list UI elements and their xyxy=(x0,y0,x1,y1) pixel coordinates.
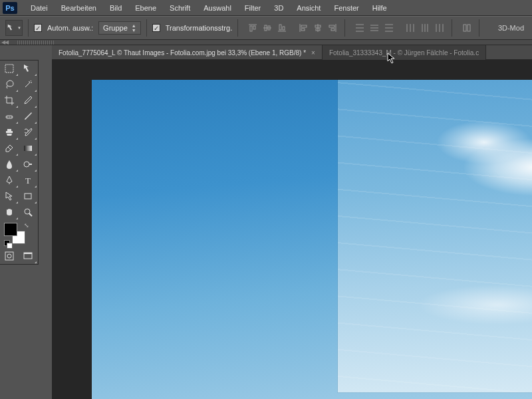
svg-rect-2 xyxy=(253,26,255,29)
collapse-arrows-icon[interactable]: ◀◀ xyxy=(0,39,9,45)
distribute-bottom-icon[interactable] xyxy=(382,21,396,35)
svg-rect-36 xyxy=(464,25,466,31)
dropdown-caret-icon: ▼ xyxy=(17,26,21,30)
swap-colors-icon[interactable]: ⤡ xyxy=(24,222,29,229)
caret-icon: ▲▼ xyxy=(132,23,136,33)
magic-wand-tool-icon[interactable] xyxy=(19,76,37,92)
menu-ansicht[interactable]: Ansicht xyxy=(290,0,327,16)
svg-point-44 xyxy=(24,162,29,167)
menu-datei[interactable]: Datei xyxy=(24,0,55,16)
menu-ebene[interactable]: Ebene xyxy=(128,0,163,16)
distribute-top-icon[interactable] xyxy=(353,21,366,35)
distribute-h-group xyxy=(404,21,446,35)
auto-select-target-dropdown[interactable]: Gruppe ▲▼ xyxy=(98,21,141,35)
svg-text:T: T xyxy=(25,176,31,186)
svg-rect-10 xyxy=(301,25,307,27)
align-top-icon[interactable] xyxy=(246,21,259,35)
align-hcenter-icon[interactable] xyxy=(311,21,325,35)
dropdown-value: Gruppe xyxy=(103,24,128,32)
default-colors-icon[interactable] xyxy=(4,240,11,247)
options-bar: ▼ Autom. ausw.: Gruppe ▲▼ Transformation… xyxy=(0,16,532,40)
divider xyxy=(146,19,147,37)
distribute-v-group xyxy=(353,21,396,35)
menu-auswahl[interactable]: Auswahl xyxy=(197,0,238,16)
foreground-color-swatch[interactable] xyxy=(4,223,17,236)
svg-rect-11 xyxy=(301,29,305,31)
menu-bearbeiten[interactable]: Bearbeiten xyxy=(55,0,103,16)
panel-collapse-strip: ◀◀ xyxy=(0,40,532,45)
svg-point-40 xyxy=(7,116,8,118)
crop-tool-icon[interactable] xyxy=(0,92,19,108)
auto-select-label: Autom. ausw.: xyxy=(47,24,93,32)
divider xyxy=(344,19,345,37)
active-tool-indicator[interactable]: ▼ xyxy=(5,20,23,36)
type-tool-icon[interactable]: T xyxy=(19,172,37,188)
svg-rect-38 xyxy=(5,65,13,72)
transform-controls-label: Transformationsstrg. xyxy=(166,24,232,32)
clone-stamp-tool-icon[interactable] xyxy=(0,124,19,140)
distribute-right-icon[interactable] xyxy=(433,21,446,35)
eraser-tool-icon[interactable] xyxy=(0,140,19,156)
dodge-tool-icon[interactable] xyxy=(19,156,37,172)
workspace xyxy=(52,60,532,399)
align-left-icon[interactable] xyxy=(297,21,310,35)
menu-filter[interactable]: Filter xyxy=(238,0,267,16)
brush-tool-icon[interactable] xyxy=(19,108,37,124)
align-edges-group xyxy=(246,21,289,35)
svg-point-47 xyxy=(25,209,30,214)
svg-rect-16 xyxy=(329,25,334,27)
document-tab-active[interactable]: Fotolia_7775064_L © Thaut Images - Fotol… xyxy=(52,45,323,60)
align-vcenter-icon[interactable] xyxy=(261,21,274,35)
3d-mode-button[interactable]: 3D-Mod xyxy=(495,24,527,32)
divider xyxy=(237,19,238,37)
tool-palette: T ⤡ xyxy=(0,60,39,265)
auto-select-checkbox[interactable] xyxy=(34,24,42,32)
healing-brush-tool-icon[interactable] xyxy=(0,108,19,124)
history-brush-tool-icon[interactable] xyxy=(19,124,37,140)
marquee-tool-icon[interactable] xyxy=(0,61,19,76)
gradient-tool-icon[interactable] xyxy=(19,140,37,156)
screen-mode-icon[interactable] xyxy=(19,248,37,264)
align-bottom-icon[interactable] xyxy=(275,21,289,35)
zoom-tool-icon[interactable] xyxy=(19,204,37,220)
grip-icon[interactable] xyxy=(17,41,55,45)
menu-3d[interactable]: 3D xyxy=(267,0,290,16)
auto-align-icon[interactable] xyxy=(460,21,473,35)
rectangle-tool-icon[interactable] xyxy=(19,188,37,204)
menu-bild[interactable]: Bild xyxy=(103,0,128,16)
distribute-left-icon[interactable] xyxy=(404,21,417,35)
align-h-group xyxy=(297,21,339,35)
hand-tool-icon[interactable] xyxy=(0,204,19,220)
svg-rect-8 xyxy=(283,27,285,30)
document-tab-bar: Fotolia_7775064_L © Thaut Images - Fotol… xyxy=(52,45,532,60)
pen-tool-icon[interactable] xyxy=(0,172,19,188)
lasso-tool-icon[interactable] xyxy=(0,76,19,92)
menu-hilfe[interactable]: Hilfe xyxy=(366,0,394,16)
align-right-icon[interactable] xyxy=(326,21,339,35)
app-logo: Ps xyxy=(3,2,17,14)
move-tool-icon[interactable] xyxy=(19,61,37,76)
divider xyxy=(28,19,29,37)
auto-align-group xyxy=(460,21,473,35)
placed-layer[interactable] xyxy=(338,80,532,392)
eyedropper-tool-icon[interactable] xyxy=(19,92,37,108)
distribute-hcenter-icon[interactable] xyxy=(418,21,432,35)
svg-rect-37 xyxy=(467,25,470,31)
tab-label: Fotolia_31333343_M - © Jürgen Fälchle - … xyxy=(329,49,479,57)
blur-tool-icon[interactable] xyxy=(0,156,19,172)
transform-controls-checkbox[interactable] xyxy=(152,24,160,32)
menu-fenster[interactable]: Fenster xyxy=(327,0,365,16)
tab-label: Fotolia_7775064_L © Thaut Images - Fotol… xyxy=(59,49,306,57)
close-icon[interactable]: × xyxy=(311,49,315,57)
document-canvas[interactable] xyxy=(92,80,532,399)
quickmask-tool-icon[interactable] xyxy=(0,248,19,264)
svg-rect-7 xyxy=(279,25,281,30)
distribute-vcenter-icon[interactable] xyxy=(368,21,381,35)
svg-rect-1 xyxy=(250,26,252,31)
svg-rect-43 xyxy=(24,146,32,151)
document-tab-inactive[interactable]: Fotolia_31333343_M - © Jürgen Fälchle - … xyxy=(323,45,486,60)
path-select-tool-icon[interactable] xyxy=(0,188,19,204)
menu-schrift[interactable]: Schrift xyxy=(163,0,197,16)
divider xyxy=(479,19,479,37)
svg-point-41 xyxy=(9,116,10,118)
